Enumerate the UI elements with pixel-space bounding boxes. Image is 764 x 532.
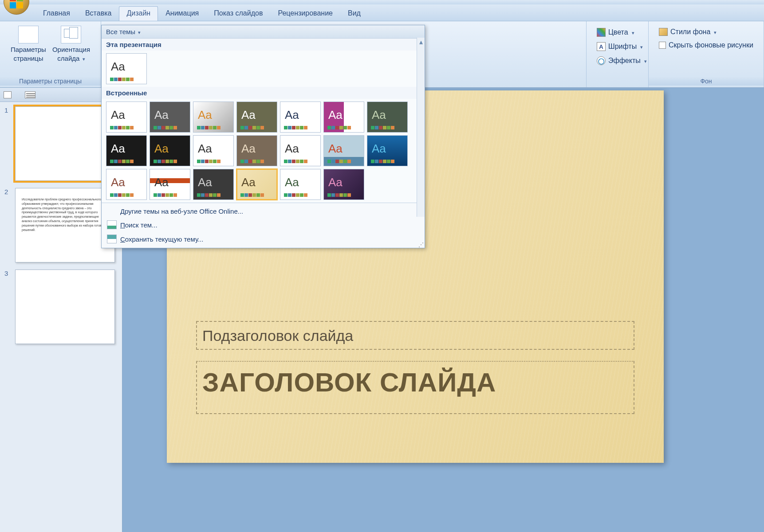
slide-title-text: ЗАГОЛОВОК СЛАЙДА: [202, 368, 496, 397]
theme-thumb-13[interactable]: Aa: [367, 135, 408, 166]
thumb-2-body-text: Исследователи проблем среднего профессио…: [16, 188, 114, 241]
more-online-label: Другие темы на веб-узле Office Online...: [120, 207, 243, 215]
thumb-number-2: 2: [4, 188, 12, 262]
theme-aa-icon: Aa: [372, 142, 386, 156]
theme-swatches: [284, 193, 307, 197]
theme-thumb-6[interactable]: Aa: [367, 102, 408, 133]
search-themes-label: Поиск тем...: [120, 221, 158, 229]
theme-thumb-8[interactable]: Aa: [150, 135, 190, 166]
tab-view[interactable]: Вид: [340, 6, 368, 21]
theme-aa-icon: Aa: [111, 176, 125, 189]
colors-icon: [597, 28, 606, 37]
slide-thumbnail-2[interactable]: Исследователи проблем среднего профессио…: [15, 188, 115, 262]
tab-insert[interactable]: Вставка: [78, 6, 119, 21]
tab-review[interactable]: Рецензирование: [270, 6, 340, 21]
theme-thumb-5[interactable]: Aa: [323, 102, 364, 133]
background-group-label: Фон: [649, 77, 764, 86]
theme-thumb-3[interactable]: Aa: [236, 102, 277, 133]
theme-aa-icon: Aa: [241, 142, 256, 156]
theme-effects-button[interactable]: ◯ Эффекты: [595, 55, 649, 66]
theme-thumb-7[interactable]: Aa: [106, 135, 147, 166]
theme-aa-icon: Aa: [328, 176, 343, 189]
theme-thumb-9[interactable]: Aa: [193, 135, 234, 166]
theme-colors-button[interactable]: Цвета: [595, 27, 649, 38]
tab-animation[interactable]: Анимация: [158, 6, 206, 21]
theme-swatches: [240, 126, 264, 129]
theme-aa-icon: Aa: [328, 108, 343, 122]
orientation-label: Ориентация слайда: [52, 45, 90, 63]
theme-current-presentation[interactable]: Aa: [106, 53, 147, 84]
page-setup-group-label: Параметры страницы: [0, 77, 101, 86]
theme-aa-icon: Aa: [154, 108, 169, 122]
this-presentation-section: Эта презентация: [102, 39, 425, 51]
theme-aa-icon: Aa: [285, 108, 299, 122]
theme-aa-icon: Aa: [285, 142, 299, 156]
theme-thumb-15[interactable]: Aa: [150, 169, 190, 200]
hide-bg-graphics-checkbox[interactable]: Скрыть фоновые рисунки: [657, 40, 756, 51]
search-themes-icon: [107, 220, 117, 229]
themes-gallery-dropdown: Все темы Эта презентация Aa Встроенные A…: [101, 25, 425, 248]
gallery-resize-grip[interactable]: ⋰: [418, 242, 424, 247]
slide-subtitle-text: Подзаголовок слайда: [202, 327, 353, 344]
tab-slideshow[interactable]: Показ слайдов: [206, 6, 270, 21]
theme-swatches: [197, 126, 221, 129]
page-setup-label: Параметры страницы: [11, 45, 46, 63]
tab-design[interactable]: Дизайн: [119, 6, 158, 21]
builtin-section: Встроенные: [102, 87, 425, 99]
hide-bg-label: Скрыть фоновые рисунки: [669, 41, 753, 49]
theme-swatches: [240, 160, 264, 163]
slide-thumbnail-1[interactable]: [15, 106, 115, 181]
theme-thumb-2[interactable]: Aa: [193, 102, 234, 133]
theme-swatches: [154, 193, 177, 197]
theme-aa-icon: Aa: [285, 176, 299, 189]
fonts-label: Шрифты: [608, 43, 637, 51]
thumb-number-3: 3: [4, 270, 12, 344]
theme-thumb-12[interactable]: Aa: [323, 135, 364, 166]
theme-thumb-11[interactable]: Aa: [280, 135, 321, 166]
theme-swatches: [154, 126, 177, 129]
slide-thumbnail-3[interactable]: [15, 270, 115, 344]
theme-thumb-14[interactable]: Aa: [106, 169, 147, 200]
gallery-scrollbar[interactable]: ▴: [417, 38, 425, 217]
slides-tab-icon[interactable]: [4, 91, 12, 98]
save-current-theme[interactable]: Сохранить текущую тему...: [102, 232, 425, 246]
theme-aa-icon: Aa: [198, 108, 212, 122]
theme-swatches: [197, 160, 221, 163]
theme-aa-icon: Aa: [198, 176, 212, 189]
theme-thumb-16[interactable]: Aa: [193, 169, 234, 200]
theme-aa-icon: Aa: [154, 176, 169, 189]
theme-thumb-4[interactable]: Aa: [280, 102, 321, 133]
checkbox-icon: [659, 42, 666, 49]
outline-tab-icon[interactable]: [25, 91, 35, 98]
search-themes[interactable]: Поиск тем...: [102, 218, 425, 232]
theme-swatches: [154, 160, 177, 163]
slide-subtitle-placeholder[interactable]: Подзаголовок слайда: [196, 321, 634, 350]
theme-fonts-button[interactable]: A Шрифты: [595, 41, 649, 52]
page-setup-button[interactable]: Параметры страницы: [8, 24, 49, 64]
save-theme-icon: [107, 235, 117, 243]
more-themes-online[interactable]: Другие темы на веб-узле Office Online...: [102, 205, 425, 218]
slide-orientation-button[interactable]: Ориентация слайда: [50, 24, 93, 64]
theme-thumb-10[interactable]: Aa: [236, 135, 277, 166]
theme-swatches: [110, 193, 134, 197]
theme-swatches: [240, 193, 264, 197]
theme-thumb-18[interactable]: Aa: [280, 169, 321, 200]
theme-swatches: [371, 160, 394, 163]
slide-title-placeholder[interactable]: ЗАГОЛОВОК СЛАЙДА: [196, 361, 634, 414]
fonts-icon: A: [597, 42, 606, 51]
save-theme-label: Сохранить текущую тему...: [120, 235, 203, 243]
office-logo-icon: [10, 0, 23, 8]
effects-label: Эффекты: [608, 57, 641, 65]
theme-swatches: [197, 193, 221, 197]
background-styles-button[interactable]: Стили фона: [657, 27, 756, 37]
tab-home[interactable]: Главная: [35, 6, 78, 21]
theme-aa-icon: Aa: [241, 176, 256, 189]
theme-thumb-1[interactable]: Aa: [150, 102, 190, 133]
all-themes-header[interactable]: Все темы: [102, 25, 425, 39]
bg-styles-icon: [659, 28, 668, 36]
theme-thumb-19[interactable]: Aa: [323, 169, 364, 200]
theme-swatches: [371, 126, 394, 129]
theme-thumb-0[interactable]: Aa: [106, 102, 147, 133]
theme-aa-icon: Aa: [328, 142, 343, 156]
theme-thumb-17[interactable]: Aa: [236, 169, 277, 200]
